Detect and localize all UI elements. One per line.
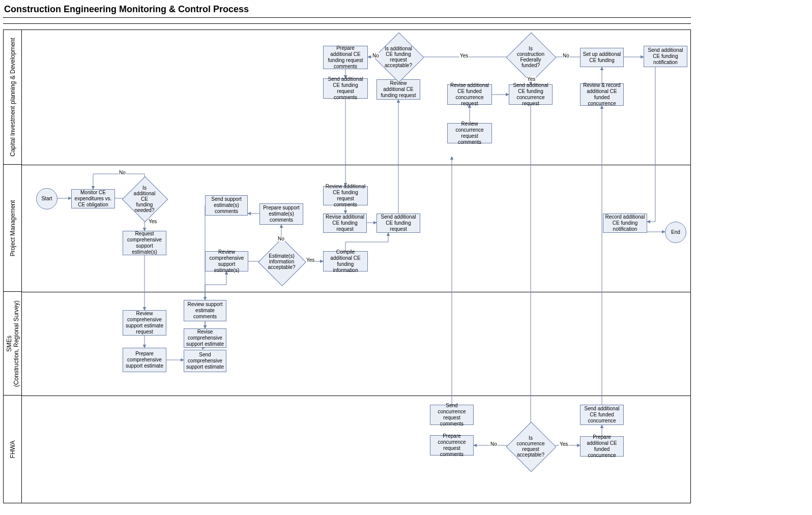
- send-cc-box: Send concurrence request comments: [430, 405, 474, 425]
- lane-label-2: Project Management: [9, 200, 16, 256]
- page-title: Construction Engineering Monitoring & Co…: [4, 4, 249, 15]
- review-fc-box: Review additional CE funding request com…: [323, 186, 368, 205]
- decision-acceptable: Is additional CE funding request accepta…: [381, 40, 416, 74]
- label-yes-5: Yes: [559, 441, 568, 447]
- send-afc-box: Send additional CE funded concurrence: [580, 405, 624, 425]
- flow-canvas: Start End Monitor CE expenditures vs. CE…: [22, 31, 691, 503]
- decision-need: Is additional CE funding needed?: [129, 183, 160, 215]
- band-separator: [3, 23, 691, 24]
- end-terminal: End: [665, 222, 686, 243]
- review-afc-box: Review & record additional CE funded con…: [580, 83, 624, 106]
- start-terminal: Start: [36, 188, 57, 209]
- prepare-estimate-box: Prepare comprehensive support estimate: [123, 348, 166, 372]
- monitor-box: Monitor CE expenditures vs. CE obligatio…: [71, 189, 115, 208]
- send-add-box: Send additional CE funding request comme…: [323, 78, 368, 99]
- lane-label-3: SMEs (Construction, Regional Survey): [6, 300, 20, 386]
- send-fr-box: Send additional CE funding request: [376, 214, 420, 233]
- lane-header-4: FHWA: [3, 396, 22, 503]
- send-notification-box: Send additional CE funding notification: [644, 46, 687, 67]
- send-concreq-box: Send additional CE funding concurrence r…: [509, 84, 553, 105]
- label-no-3: No: [372, 53, 380, 58]
- prepare-comments-box: Prepare support estimate(s) comments: [259, 203, 303, 225]
- title-separator: [3, 17, 691, 18]
- label-no-4: No: [562, 53, 570, 58]
- lane-label-4: FHWA: [9, 440, 16, 458]
- label-yes-2: Yes: [306, 257, 315, 263]
- decision-info: Estimate(s) information acceptable?: [265, 245, 298, 278]
- setup-box: Set up additional CE funding: [580, 48, 624, 67]
- compile-box: Compile additional CE funding informatio…: [323, 251, 368, 271]
- label-no-1: No: [119, 170, 126, 175]
- send-estimate-box: Send comprehensive support estimate: [184, 350, 226, 372]
- label-no-5: No: [490, 441, 498, 447]
- label-yes-1: Yes: [148, 219, 157, 224]
- prep-add-box: Prepare additional CE funding request co…: [323, 46, 368, 69]
- lane-header-3: SMEs (Construction, Regional Survey): [3, 292, 22, 396]
- label-yes-3: Yes: [459, 53, 469, 58]
- lane-header-1: Capital Investment planning & Developmen…: [3, 29, 22, 165]
- review-estimate-box: Review comprehensive support estimate(s): [205, 251, 248, 271]
- revise-estimate-box: Revise comprehensive support estimate: [184, 328, 226, 348]
- review-request-box: Review comprehensive support estimate re…: [123, 310, 166, 336]
- lane-header-2: Project Management: [3, 165, 22, 292]
- revise-conc-box: Revise additional CE funded concurrence …: [447, 84, 492, 105]
- record-notification-box: Record additional CE funding notificatio…: [603, 214, 647, 233]
- prep-cc-box: Prepare concurrence request comments: [430, 435, 474, 456]
- lane-label-1: Capital Investment planning & Developmen…: [9, 38, 16, 156]
- review-sec-box: Review support estimate comments: [184, 300, 226, 321]
- decision-federal: Is construction Federally funded?: [513, 40, 548, 74]
- request-estimate-box: Request comprehensive support estimate(s…: [123, 231, 166, 255]
- revise-fr-box: Revise additional CE funding request: [323, 214, 367, 233]
- decision-concurrence: Is concurrence request acceptable?: [513, 429, 548, 464]
- prep-afc-box: Prepare additional CE funded concurrence: [580, 436, 624, 457]
- send-comments-box: Send support estimate(s) comments: [205, 195, 248, 216]
- label-no-2: No: [277, 236, 285, 241]
- review-conc-comments-box: Review concurrence request comments: [447, 123, 492, 143]
- label-yes-4: Yes: [527, 76, 536, 82]
